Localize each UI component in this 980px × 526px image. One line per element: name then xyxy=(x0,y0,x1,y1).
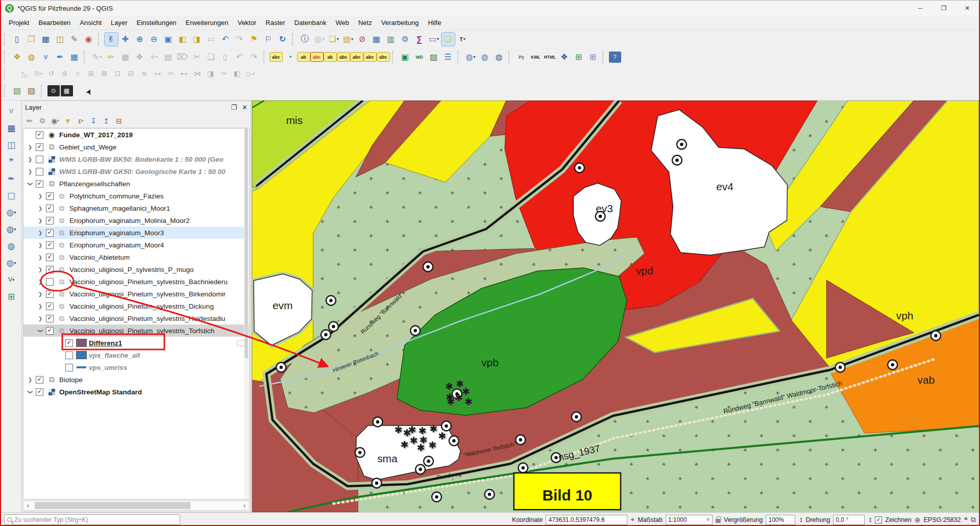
layer-tree-row[interactable]: Vaccinio_uliginosi_Pinetum_sylvestris_He… xyxy=(23,312,249,324)
toolbar-grip[interactable] xyxy=(508,51,512,63)
pin-labels-icon[interactable]: ab xyxy=(298,53,310,61)
add-part-icon[interactable]: ⊞ xyxy=(85,68,97,79)
layer-name[interactable]: Sphagnetum_magellanici_Moor1 xyxy=(69,205,170,212)
binocular-globe-icon[interactable]: ◍ xyxy=(493,51,506,64)
undo-icon[interactable]: ↶ xyxy=(233,51,247,64)
datasource-manager-icon[interactable]: ◍ xyxy=(25,51,38,64)
expander-icon[interactable] xyxy=(36,316,45,321)
layer-tree-row[interactable]: Polytrichum_commune_Fazies xyxy=(23,190,249,202)
scroll-left-icon[interactable]: ‹ xyxy=(23,502,33,509)
menu-item[interactable]: Ansicht xyxy=(75,17,106,29)
split-features-icon[interactable]: ✂ xyxy=(165,68,177,79)
layer-name[interactable]: WMS LGRB-BW GK50: Geologische Karte 1 : … xyxy=(59,168,226,176)
layer-checkbox[interactable] xyxy=(36,388,43,396)
menu-item[interactable]: Layer xyxy=(106,17,132,29)
expander-icon[interactable] xyxy=(26,389,35,395)
expander-icon[interactable] xyxy=(36,304,45,309)
menu-item[interactable]: Raster xyxy=(261,17,289,29)
merge-features-icon[interactable]: ⋈ xyxy=(191,68,204,79)
layer-checkbox[interactable] xyxy=(46,290,54,298)
save-edits-icon[interactable]: ▦ xyxy=(119,51,132,64)
zoom-to-selection-icon[interactable]: ◨ xyxy=(190,33,204,46)
menu-item[interactable]: Verarbeitung xyxy=(377,17,424,29)
geotag-photo-icon[interactable]: ⊙ xyxy=(47,85,60,96)
layer-name[interactable]: vps_umriss xyxy=(89,364,127,371)
menu-item[interactable]: Bearbeiten xyxy=(34,17,75,29)
expander-icon[interactable] xyxy=(26,169,35,174)
layer-checkbox[interactable] xyxy=(46,241,54,249)
layer-name[interactable]: Vaccinio_uliginosi_Pinetum_sylvestris_Bi… xyxy=(69,290,226,298)
layer-tree-row[interactable]: vps_umriss xyxy=(23,361,249,373)
rotation-input[interactable]: 0,0 ° xyxy=(833,515,865,525)
expander-icon[interactable] xyxy=(36,242,45,248)
layer-tree-row[interactable]: vps_flaeche_alt xyxy=(23,349,249,361)
layer-tree-row[interactable]: Biotope xyxy=(23,373,249,386)
layer-name[interactable]: Vaccinio_uliginosi_P_sylvestris_P_mugo xyxy=(69,266,194,273)
zoom-to-layer-icon[interactable]: ◧ xyxy=(176,33,189,46)
zoom-in-icon[interactable]: ⊕ xyxy=(133,33,146,46)
layer-checkbox[interactable] xyxy=(46,192,54,200)
help-plugin-icon[interactable]: ? xyxy=(609,52,621,63)
cut-features-icon[interactable]: ✂ xyxy=(190,51,204,64)
measure-icon[interactable]: ▭▾ xyxy=(427,33,440,46)
scale-combobox[interactable]: 1:1000 ˅ xyxy=(666,515,713,525)
db-manager-icon[interactable]: ☰ xyxy=(442,51,455,64)
toolbar-grip[interactable] xyxy=(457,51,461,63)
layer-name[interactable]: Eriophorum_vaginatum_Molinia_Moor2 xyxy=(69,217,190,224)
scrollbar-thumb[interactable] xyxy=(35,502,190,509)
new-shapefile-icon[interactable]: V▾ xyxy=(4,273,18,286)
layer-tree-row[interactable]: Vaccinio_Abietetum xyxy=(23,251,249,263)
open-styling-panel-icon[interactable]: ✏ xyxy=(24,115,35,127)
lock-scale-icon[interactable] xyxy=(716,519,721,523)
layer-checkbox[interactable] xyxy=(36,376,43,384)
show-hidden-labels-icon[interactable]: abc xyxy=(337,53,350,61)
kml-tools-icon[interactable]: KML xyxy=(529,51,543,64)
merge-attributes-icon[interactable]: ◨ xyxy=(205,68,217,79)
layer-name[interactable]: Pflanzengesellschaften xyxy=(59,180,130,188)
toolbar-grip[interactable] xyxy=(292,33,296,45)
menu-item[interactable]: Einstellungen xyxy=(132,17,181,29)
save-project-icon[interactable]: ▦ xyxy=(39,33,53,46)
refresh-map-icon[interactable]: ↻ xyxy=(276,33,289,46)
open-project-icon[interactable]: ❐ xyxy=(25,33,38,46)
layer-tree-row[interactable]: WMS LGRB-BW BK50: Bodenkarte 1 : 50 000 … xyxy=(23,153,249,165)
layer-tree-row[interactable]: Vaccinio_uliginosi_Pinetum_sylvestris_Di… xyxy=(23,300,249,312)
rotation-spinner[interactable]: ▲▼ xyxy=(869,517,872,523)
add-wfs-layer-icon[interactable]: ◍▾ xyxy=(4,222,18,236)
expander-icon[interactable] xyxy=(26,144,35,150)
layer-checkbox[interactable] xyxy=(46,205,54,212)
modify-attributes-icon[interactable]: ▤ xyxy=(162,51,175,64)
cad-tools-icon[interactable]: ◺ xyxy=(19,68,31,79)
layer-tree-row[interactable]: Eriophorum_vaginatum_Moor4 xyxy=(23,239,249,251)
map-canvas[interactable]: ♣ ♣ xyxy=(252,101,979,512)
layer-tree-row[interactable]: Eriophorum_vaginatum_Moor3 xyxy=(23,227,249,239)
layer-tree-row[interactable]: Funde_WT_2017_2019 xyxy=(23,129,249,141)
panel-close-icon[interactable]: ✕ xyxy=(242,104,248,111)
plugin-blue-icon[interactable]: ❖ xyxy=(558,51,571,64)
paste-features-icon[interactable]: ▯ xyxy=(219,51,232,64)
processing-toolbox-icon[interactable]: ⚙ xyxy=(399,33,412,46)
highlight-labels-icon[interactable]: abc xyxy=(311,53,323,61)
layer-name[interactable]: Differenz1 xyxy=(89,339,122,347)
locator-search[interactable] xyxy=(4,514,180,525)
toolbar-grip[interactable] xyxy=(4,51,8,63)
new-virtual-layer-icon[interactable]: ▦ xyxy=(68,51,81,64)
magnifier-spinner[interactable]: ▲▼ xyxy=(799,517,802,523)
layer-checkbox[interactable] xyxy=(46,266,54,273)
layer-checkbox[interactable] xyxy=(36,131,43,139)
open-attribute-table-icon[interactable]: ▦ xyxy=(370,33,383,46)
offset-curve-icon[interactable]: ⊶ xyxy=(152,68,164,79)
search-globe-icon[interactable]: ◍ xyxy=(478,51,492,64)
delete-selected-icon[interactable]: ⌦ xyxy=(176,51,189,64)
toolbar-grip[interactable] xyxy=(4,33,8,45)
toolbar-grip[interactable] xyxy=(98,33,102,45)
pan-map-icon[interactable]: ✌ xyxy=(105,33,118,46)
simplify-feature-icon[interactable]: ⊚ xyxy=(59,68,71,79)
run-feature-action-icon[interactable]: ◎▾ xyxy=(313,33,326,46)
new-geopackage-icon[interactable]: V xyxy=(39,51,53,64)
layer-checkbox[interactable] xyxy=(46,278,54,286)
close-button[interactable]: ✕ xyxy=(955,1,979,16)
layer-checkbox[interactable] xyxy=(46,303,54,310)
mouse-position-icon[interactable]: ⌖ xyxy=(630,515,634,524)
layer-name[interactable]: Eriophorum_vaginatum_Moor3 xyxy=(69,229,164,237)
